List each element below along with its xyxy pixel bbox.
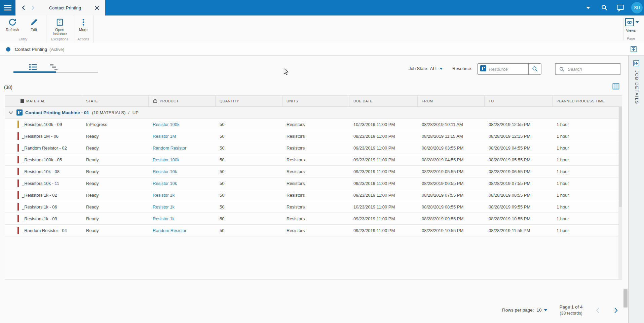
to-cell: 08/28/2019 09:55 PM bbox=[485, 204, 553, 209]
product-link[interactable]: Resistor 1k bbox=[153, 193, 175, 198]
product-link[interactable]: Random Resistor bbox=[153, 228, 186, 233]
to-cell: 08/28/2019 06:55 PM bbox=[485, 169, 553, 174]
table-row[interactable]: _Resistors 1k - 02ReadyResistor 1k50Resi… bbox=[5, 189, 622, 201]
edit-label: Edit bbox=[31, 28, 37, 32]
quantity-cell: 50 bbox=[216, 146, 282, 151]
job-details-panel-title: JOB DETAILS bbox=[634, 70, 639, 104]
list-view-toggle[interactable] bbox=[29, 63, 37, 72]
rows-per-page-value[interactable]: 10 bbox=[537, 308, 542, 313]
quantity-cell: 50 bbox=[216, 122, 282, 127]
views-button[interactable] bbox=[625, 18, 639, 26]
material-name: _Resistors 10k - 08 bbox=[22, 169, 60, 174]
resource-input[interactable] bbox=[489, 64, 528, 74]
table-row[interactable]: _Resistors 10k - 08ReadyResistor 10k50Re… bbox=[5, 166, 622, 177]
product-link[interactable]: Resistor 1M bbox=[153, 134, 176, 139]
column-header-material[interactable]: MATERIAL bbox=[16, 96, 82, 106]
due-date-cell: 09/23/2019 11:00 PM bbox=[349, 193, 418, 198]
product-link[interactable]: Resistor 100k bbox=[153, 122, 179, 127]
page-scrollbar-thumb[interactable] bbox=[623, 289, 628, 308]
table-row[interactable]: _Resistors 10k - 11ReadyResistor 10k50Re… bbox=[5, 177, 622, 189]
column-header-product[interactable]: PRODUCT bbox=[149, 96, 216, 106]
feedback-button[interactable] bbox=[612, 0, 629, 15]
product-cell: Resistor 1k bbox=[149, 193, 216, 198]
tab-contact-printing[interactable]: Contact Printing bbox=[15, 0, 105, 15]
tab-close-button[interactable] bbox=[93, 4, 101, 11]
avatar[interactable]: SU bbox=[631, 2, 643, 13]
column-header-from[interactable]: FROM bbox=[418, 96, 485, 106]
entity-state-badge: (Active) bbox=[49, 47, 64, 52]
column-header-quantity[interactable]: QUANTITY bbox=[216, 96, 282, 106]
ribbon-group-exceptions: Open Instance Exceptions bbox=[46, 15, 73, 43]
material-cell: _Resistors 1k - 02 bbox=[16, 191, 82, 199]
chevron-down-icon bbox=[586, 7, 590, 9]
column-header-planned-process-time[interactable]: PLANNED PROCESS TIME bbox=[553, 96, 622, 106]
product-link[interactable]: Resistor 1k bbox=[153, 216, 175, 221]
planned-process-time-cell: 1 hour bbox=[553, 146, 622, 151]
resource-search-button[interactable] bbox=[528, 64, 541, 74]
column-header-due-date[interactable]: DUE DATE bbox=[349, 96, 418, 106]
from-cell: 08/28/2019 10:55 PM bbox=[418, 228, 485, 233]
comment-icon bbox=[616, 4, 624, 12]
state-cell: Ready bbox=[82, 169, 149, 174]
column-header-state[interactable]: STATE bbox=[82, 96, 149, 106]
open-instance-button[interactable]: Open Instance bbox=[49, 18, 71, 37]
state-cell: Ready bbox=[82, 181, 149, 186]
group-resource-status: UP bbox=[132, 110, 139, 115]
gantt-view-toggle[interactable] bbox=[50, 64, 58, 72]
job-details-panel[interactable]: JOB DETAILS bbox=[628, 56, 644, 323]
hamburger-menu-button[interactable] bbox=[0, 0, 15, 15]
topbar-dropdown-button[interactable] bbox=[580, 0, 596, 15]
active-view-underline bbox=[13, 71, 56, 73]
table-row[interactable]: _Resistors 100k - 09InProgressResistor 1… bbox=[5, 119, 622, 130]
row-indicator-bar bbox=[17, 168, 19, 175]
refresh-button[interactable]: Refresh bbox=[2, 18, 23, 37]
table-row[interactable]: _Random Resistor - 04ReadyRandom Resisto… bbox=[5, 225, 622, 236]
product-cell: Random Resistor bbox=[149, 228, 216, 233]
global-search-button[interactable] bbox=[596, 0, 612, 15]
row-indicator-bar bbox=[17, 180, 19, 187]
table-row[interactable]: _Random Resistor - 02ReadyRandom Resisto… bbox=[5, 142, 622, 154]
table-row[interactable]: _Resistors 1M - 06ReadyResistor 1M50Resi… bbox=[5, 130, 622, 142]
table-row[interactable]: _Resistors 1k - 06ReadyResistor 1k50Resi… bbox=[5, 201, 622, 213]
product-link[interactable]: Resistor 10k bbox=[153, 169, 177, 174]
product-link[interactable]: Resistor 10k bbox=[153, 181, 177, 186]
column-chooser-button[interactable] bbox=[612, 83, 619, 91]
previous-page-button[interactable] bbox=[596, 307, 600, 315]
gantt-view-icon bbox=[50, 64, 58, 71]
table-scrollbar[interactable] bbox=[618, 107, 622, 279]
chevron-down-icon bbox=[440, 68, 443, 70]
product-link[interactable]: Resistor 1k bbox=[153, 204, 175, 209]
column-header-to[interactable]: TO bbox=[485, 96, 553, 106]
collapse-header-button[interactable] bbox=[630, 46, 637, 53]
job-state-filter[interactable]: Job State: ALL bbox=[409, 66, 443, 71]
panel-expand-button[interactable] bbox=[633, 60, 640, 68]
group-collapse-button[interactable] bbox=[8, 110, 13, 115]
state-cell: Ready bbox=[82, 134, 149, 139]
back-button[interactable] bbox=[20, 3, 28, 12]
from-cell: 08/28/2019 09:55 PM bbox=[418, 216, 485, 221]
product-link[interactable]: Resistor 100k bbox=[153, 157, 179, 162]
table-row[interactable]: _Resistors 100k - 05ReadyResistor 100k50… bbox=[5, 154, 622, 166]
from-cell: 08/28/2019 07:55 PM bbox=[418, 193, 485, 198]
table-scrollbar-thumb[interactable] bbox=[619, 107, 622, 207]
edit-button[interactable]: Edit bbox=[24, 18, 44, 37]
column-header-units[interactable]: UNITS bbox=[282, 96, 349, 106]
search-icon bbox=[532, 66, 538, 72]
search-input[interactable] bbox=[556, 64, 620, 74]
table-row[interactable]: _Resistors 1k - 09ReadyResistor 1k50Resi… bbox=[5, 213, 622, 225]
hamburger-icon bbox=[4, 4, 12, 12]
due-date-cell: 10/23/2019 11:00 PM bbox=[349, 122, 418, 127]
more-button[interactable]: More bbox=[74, 18, 92, 37]
forward-button[interactable] bbox=[28, 3, 37, 12]
rows-per-page-control[interactable]: Rows per page: 10 bbox=[502, 308, 547, 313]
group-resource-name[interactable]: Contact Printing Machine - 01 bbox=[25, 110, 89, 115]
due-date-cell: 09/23/2019 11:00 PM bbox=[349, 181, 418, 186]
resource-group-row[interactable]: Contact Printing Machine - 01 (10 MATERI… bbox=[5, 107, 622, 119]
units-cell: Resistors bbox=[282, 228, 349, 233]
quantity-cell: 50 bbox=[216, 181, 282, 186]
material-cell: _Resistors 1k - 06 bbox=[16, 203, 82, 211]
next-page-button[interactable] bbox=[614, 307, 618, 315]
job-state-value: ALL bbox=[430, 66, 438, 71]
units-cell: Resistors bbox=[282, 122, 349, 127]
product-link[interactable]: Random Resistor bbox=[153, 146, 186, 151]
